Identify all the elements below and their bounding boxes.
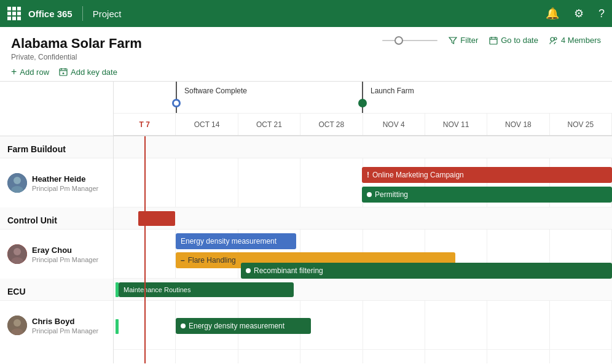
svg-rect-0 bbox=[490, 37, 497, 44]
row-control-unit-section bbox=[114, 207, 612, 230]
task-online-marketing[interactable]: ! Online Marketing Campaign bbox=[362, 167, 612, 183]
slider-track bbox=[382, 40, 437, 41]
chris-name: Chris Boyd bbox=[32, 317, 98, 326]
topbar-divider bbox=[82, 6, 83, 21]
right-header: Software Complete Launch Farm T 7 OCT 14… bbox=[114, 82, 612, 136]
task-maintenance-routines-label: Maintenance Routines bbox=[124, 286, 190, 293]
milestone-label-1: Software Complete bbox=[184, 87, 247, 95]
right-panel: ! Online Marketing Campaign Permitting E… bbox=[114, 136, 612, 363]
avatar-chris-image bbox=[7, 316, 27, 335]
section-ecu-text: ECU bbox=[0, 279, 113, 301]
apps-icon[interactable] bbox=[7, 7, 21, 20]
task-online-marketing-label: Online Marketing Campaign bbox=[372, 171, 464, 179]
row-chris-tasks: Energy density measurement bbox=[114, 301, 612, 350]
row-heather-tasks: ! Online Marketing Campaign Permitting bbox=[114, 158, 612, 207]
task-energy-density-ecu-label: Energy density measurement bbox=[189, 322, 284, 330]
header-toolbar: + Add row Add key date bbox=[11, 66, 601, 77]
task-permitting-label: Permitting bbox=[375, 190, 408, 199]
control-unit-red-mini-bar bbox=[138, 211, 175, 226]
project-subtitle: Private, Confidential bbox=[11, 53, 142, 61]
slider-thumb bbox=[394, 36, 403, 45]
heather-name: Heather Heide bbox=[32, 174, 98, 184]
svg-point-16 bbox=[14, 248, 21, 255]
gantt-area: Software Complete Launch Farm T 7 OCT 14… bbox=[0, 82, 612, 363]
time-header: T 7 OCT 14 OCT 21 OCT 28 NOV 4 NOV 11 NO… bbox=[114, 114, 612, 136]
add-key-date-button[interactable]: Add key date bbox=[59, 68, 117, 77]
project-label[interactable]: Project bbox=[93, 9, 122, 19]
project-title: Alabama Solar Farm bbox=[11, 36, 142, 52]
milestone-line-1 bbox=[176, 82, 177, 113]
go-to-date-label: Go to date bbox=[501, 36, 538, 45]
members-icon bbox=[549, 36, 558, 45]
avatar-heather bbox=[7, 173, 27, 193]
section-farm-buildout-label: Farm Buildout bbox=[0, 136, 113, 158]
task-recombinant[interactable]: Recombinant filtering bbox=[241, 263, 612, 279]
milestone-launch-farm bbox=[362, 82, 363, 113]
svg-point-5 bbox=[554, 37, 557, 40]
go-to-date-button[interactable]: Go to date bbox=[489, 36, 538, 45]
eray-name: Eray Chou bbox=[32, 246, 98, 255]
task-dot-permitting bbox=[367, 192, 372, 197]
person-info-chris: Chris Boyd Principal Pm Manager bbox=[32, 317, 98, 335]
calendar-icon bbox=[489, 36, 498, 45]
svg-point-19 bbox=[14, 319, 21, 327]
avatar-heather-image bbox=[7, 173, 27, 193]
add-row-button[interactable]: + Add row bbox=[11, 66, 49, 77]
left-panel: Farm Buildout Heather Heide Principal Pm… bbox=[0, 136, 114, 363]
section-farm-buildout-text: Farm Buildout bbox=[0, 136, 113, 158]
task-recombinant-label: Recombinant filtering bbox=[254, 266, 323, 275]
svg-point-13 bbox=[14, 177, 21, 184]
time-cell-nov4: NOV 4 bbox=[363, 114, 425, 135]
add-key-date-icon bbox=[59, 68, 68, 76]
milestone-label-2: Launch Farm bbox=[371, 87, 414, 95]
milestone-dot-2 bbox=[358, 99, 367, 107]
time-cell-oct14: OCT 14 bbox=[176, 114, 238, 135]
heather-role: Principal Pm Manager bbox=[32, 185, 98, 192]
help-icon[interactable]: ? bbox=[598, 7, 605, 20]
gantt-body: Farm Buildout Heather Heide Principal Pm… bbox=[0, 136, 612, 363]
milestone-text-1: Software Complete bbox=[184, 87, 247, 95]
section-ecu-label: ECU bbox=[0, 279, 113, 301]
plus-icon: + bbox=[11, 66, 17, 77]
avatar-eray-image bbox=[7, 244, 27, 264]
settings-icon[interactable]: ⚙ bbox=[574, 7, 584, 20]
zoom-slider[interactable] bbox=[382, 40, 437, 41]
task-dot-energy-density-ecu bbox=[181, 323, 186, 328]
task-energy-density-ecu[interactable]: Energy density measurement bbox=[176, 318, 311, 334]
milestone-text-2: Launch Farm bbox=[371, 87, 414, 95]
office365-label[interactable]: Office 365 bbox=[28, 9, 73, 19]
person-heather: Heather Heide Principal Pm Manager bbox=[0, 158, 113, 207]
filter-button[interactable]: Filter bbox=[449, 36, 478, 45]
time-cell-nov25: NOV 25 bbox=[550, 114, 612, 135]
task-dot-recombinant bbox=[246, 268, 251, 273]
task-energy-density-ctrl-label: Energy density measurement bbox=[181, 237, 277, 246]
section-control-unit-label: Control Unit bbox=[0, 207, 113, 230]
svg-point-4 bbox=[551, 37, 554, 41]
milestone-bar: Software Complete Launch Farm bbox=[114, 82, 612, 114]
exclaim-icon: ! bbox=[367, 171, 369, 179]
time-cell-nov18: NOV 18 bbox=[487, 114, 549, 135]
milestone-software-complete bbox=[176, 82, 177, 113]
task-permitting[interactable]: Permitting bbox=[362, 187, 612, 203]
add-row-label: Add row bbox=[20, 68, 49, 77]
time-cell-nov11: NOV 11 bbox=[425, 114, 487, 135]
add-key-date-label: Add key date bbox=[71, 68, 117, 77]
section-control-unit-text: Control Unit bbox=[0, 207, 113, 230]
task-energy-density-ctrl[interactable]: Energy density measurement bbox=[176, 233, 296, 249]
members-button[interactable]: 4 Members bbox=[549, 36, 601, 45]
toolbar-left: + Add row Add key date bbox=[11, 66, 117, 77]
left-header bbox=[0, 82, 114, 136]
today-line bbox=[144, 136, 146, 363]
milestone-dot-1 bbox=[172, 99, 181, 107]
time-cell-oct21: OCT 21 bbox=[238, 114, 300, 135]
header-area: Alabama Solar Farm Private, Confidential… bbox=[0, 27, 612, 82]
chris-green-indicator bbox=[116, 319, 119, 334]
person-eray: Eray Chou Principal Pm Manager bbox=[0, 230, 113, 279]
gantt-header: Software Complete Launch Farm T 7 OCT 14… bbox=[0, 82, 612, 136]
notification-icon[interactable]: 🔔 bbox=[546, 7, 559, 20]
filter-label: Filter bbox=[460, 36, 478, 45]
time-cell-oct28: OCT 28 bbox=[300, 114, 363, 135]
members-label: 4 Members bbox=[561, 36, 601, 45]
chris-role: Principal Pm Manager bbox=[32, 327, 98, 335]
person-chris: Chris Boyd Principal Pm Manager bbox=[0, 301, 113, 350]
